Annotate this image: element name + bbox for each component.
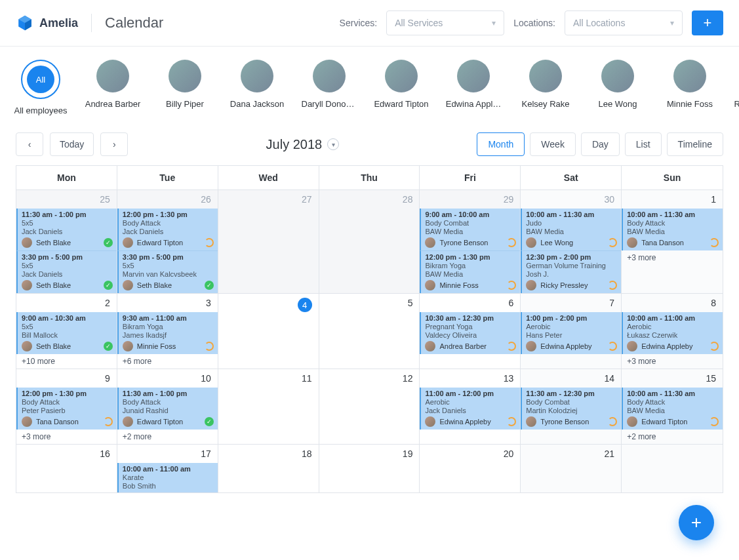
employee-filter-item[interactable]: Minnie Foss [665,60,715,115]
calendar-event[interactable]: 10:00 am - 11:00 amKarateBob Smith [117,463,218,492]
calendar-day[interactable]: 810:00 am - 11:00 amAerobicŁukasz Czerwi… [622,293,723,369]
event-client: BAW Media [526,228,617,235]
calendar-day[interactable]: 29:00 am - 10:30 am5x5Bill MallockSeth B… [16,293,117,369]
calendar-day[interactable]: 912:00 pm - 1:30 pmBody AttackPeter Pasi… [16,369,117,444]
calendar-day[interactable]: 16 [16,444,117,492]
calendar-day[interactable]: 11 [218,369,319,444]
calendar-day[interactable]: 27 [218,190,319,293]
next-button[interactable]: › [100,132,128,156]
status-approved-icon: ✓ [104,281,113,290]
prev-button[interactable]: ‹ [16,132,43,156]
employee-filter-item[interactable]: Lee Wong [593,60,643,115]
calendar-event[interactable]: 10:00 am - 11:30 amBody AttackBAW MediaE… [622,388,723,430]
more-events-link[interactable]: +3 more [622,250,723,265]
calendar-day[interactable]: 39:30 am - 11:00 amBikram YogaJames Ikad… [117,293,218,369]
calendar-event[interactable]: 11:00 am - 12:00 pmAerobicJack DanielsEd… [420,388,520,430]
plus-icon: + [704,14,712,31]
calendar-event[interactable]: 12:00 pm - 1:30 pmBikram YogaBAW MediaMi… [420,250,520,293]
employee-filter-item[interactable]: Edwina Appl… [449,60,498,115]
avatar [169,60,201,92]
employee-filter-item[interactable]: Billy Piper [160,60,210,115]
employee-filter-item[interactable]: AllAll employees [16,60,66,115]
more-events-link[interactable]: +2 more [117,430,218,444]
status-pending-icon [608,281,617,290]
staff-name: Minnie Foss [439,281,478,289]
calendar-event[interactable]: 12:00 pm - 1:30 pmBody AttackJack Daniel… [117,209,218,250]
calendar-event[interactable]: 12:00 pm - 1:30 pmBody AttackPeter Pasie… [16,388,117,430]
calendar-event[interactable]: 3:30 pm - 5:00 pm5x5Jack DanielsSeth Bla… [16,250,117,293]
view-list[interactable]: List [625,132,662,156]
calendar-event[interactable]: 3:30 pm - 5:00 pm5x5Marvin van Kalcvsbee… [117,250,218,293]
calendar-day[interactable]: 299:00 am - 10:00 amBody CombatBAW Media… [420,190,521,293]
employee-filter-item[interactable]: Andrea Barber [88,60,138,115]
add-button[interactable]: + [692,10,723,35]
calendar-day[interactable]: 21 [521,444,622,492]
view-month[interactable]: Month [477,132,525,156]
event-service: Karate [123,473,214,481]
employee-filter-item[interactable]: Kelsey Rake [521,60,570,115]
calendar-event[interactable]: 10:00 am - 11:30 amJudoBAW MediaLee Wong [521,209,621,250]
calendar-day[interactable]: 2612:00 pm - 1:30 pmBody AttackJack Dani… [117,190,218,293]
calendar-event[interactable]: 11:30 am - 1:00 pm5x5Jack DanielsSeth Bl… [16,209,117,250]
more-events-link[interactable]: +3 more [16,430,117,444]
calendar-day[interactable]: 12 [319,369,420,444]
status-pending-icon [608,417,617,426]
calendar-day[interactable]: 5 [319,293,420,369]
event-client: Hans Peter [526,331,617,339]
more-events-link[interactable]: +6 more [117,354,218,369]
calendar-day[interactable]: 1011:30 am - 1:00 pmBody AttackJunaid Ra… [117,369,218,444]
event-time: 10:00 am - 11:30 am [526,210,617,218]
month-dropdown-icon[interactable]: ▾ [327,138,339,150]
calendar-event[interactable]: 10:00 am - 11:30 amBody AttackBAW MediaT… [622,209,723,250]
calendar-day[interactable]: 20 [420,444,521,492]
calendar-event[interactable]: 11:30 am - 12:30 pmBody CombatMartin Kol… [521,388,621,430]
logo-icon [16,14,34,32]
staff-avatar [627,237,637,248]
employee-name: Lee Wong [598,99,637,109]
staff-name: Tana Danson [36,418,79,426]
day-header: Mon [16,165,117,190]
calendar-day[interactable]: 18 [218,444,319,492]
calendar-day[interactable]: 28 [319,190,420,293]
calendar-event[interactable]: 10:30 am - 12:30 pmPregnant YogaValdecy … [420,312,520,354]
calendar-day[interactable]: 4 [218,293,319,369]
calendar-event[interactable]: 9:00 am - 10:30 am5x5Bill MallockSeth Bl… [16,312,117,354]
calendar-event[interactable]: 12:30 pm - 2:00 pmGerman Volume Training… [521,250,621,293]
calendar-week: 161710:00 am - 11:00 amKarateBob Smith18… [16,444,723,492]
staff-name: Seth Blake [36,281,71,289]
employee-filter-item[interactable]: Edward Tipton [376,60,426,115]
calendar-event[interactable]: 1:00 pm - 2:00 pmAerobicHans PeterEdwina… [521,312,621,354]
calendar-day[interactable]: 1510:00 am - 11:30 amBody AttackBAW Medi… [622,369,723,444]
employee-filter-item[interactable]: Dana Jackson [232,60,282,115]
calendar-day[interactable]: 1710:00 am - 11:00 amKarateBob Smith [117,444,218,492]
view-week[interactable]: Week [530,132,576,156]
calendar-day[interactable]: 19 [319,444,420,492]
calendar-day[interactable]: 610:30 am - 12:30 pmPregnant YogaValdecy… [420,293,521,369]
services-select[interactable]: All Services ▾ [386,10,504,35]
avatar [529,60,562,92]
calendar-day[interactable]: 71:00 pm - 2:00 pmAerobicHans PeterEdwin… [521,293,622,369]
more-events-link[interactable]: +10 more [16,354,117,369]
calendar-day[interactable] [622,444,723,492]
more-events-link[interactable]: +3 more [622,354,723,369]
logo[interactable]: Amelia [16,14,78,32]
calendar-day[interactable]: 1411:30 am - 12:30 pmBody CombatMartin K… [521,369,622,444]
calendar-event[interactable]: 11:30 am - 1:00 pmBody AttackJunaid Rash… [117,388,218,430]
date-number: 13 [420,369,520,388]
more-events-link[interactable]: +2 more [622,430,723,444]
view-day[interactable]: Day [581,132,620,156]
event-time: 11:30 am - 1:00 pm [123,390,214,397]
calendar-event[interactable]: 10:00 am - 11:00 amAerobicŁukasz Czerwik… [622,312,723,354]
date-number: 16 [16,445,117,463]
event-service: Judo [526,219,617,227]
calendar-event[interactable]: 9:30 am - 11:00 amBikram YogaJames Ikads… [117,312,218,354]
calendar-day[interactable]: 110:00 am - 11:30 amBody AttackBAW Media… [622,190,723,293]
calendar-day[interactable]: 2511:30 am - 1:00 pm5x5Jack DanielsSeth … [16,190,117,293]
calendar-event[interactable]: 9:00 am - 10:00 amBody CombatBAW MediaTy… [420,209,520,250]
today-button[interactable]: Today [50,132,94,156]
calendar-day[interactable]: 3010:00 am - 11:30 amJudoBAW MediaLee Wo… [521,190,622,293]
employee-filter-item[interactable]: Daryll Donov… [304,60,354,115]
calendar-day[interactable]: 1311:00 am - 12:00 pmAerobicJack Daniels… [420,369,521,444]
locations-select[interactable]: All Locations ▾ [565,10,683,35]
view-timeline[interactable]: Timeline [667,132,723,156]
